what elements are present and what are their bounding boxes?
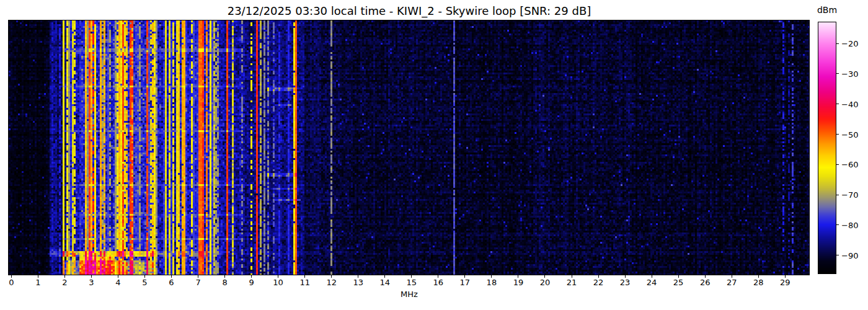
colorbar-title: dBm: [817, 5, 837, 15]
x-tick-label: 24: [647, 278, 657, 287]
x-tick-label: 29: [780, 278, 790, 287]
x-tick-label: 14: [379, 278, 390, 287]
spectrogram-canvas: [8, 20, 810, 275]
colorbar-tick: [836, 255, 839, 255]
x-tick-label: 25: [673, 278, 684, 287]
x-tick-label: 6: [169, 278, 174, 287]
x-tick-label: 28: [753, 278, 764, 287]
x-axis-label: MHz: [401, 290, 418, 299]
x-tick-label: 15: [407, 278, 417, 287]
x-tick-label: 1: [35, 278, 40, 287]
colorbar-tick: [836, 104, 839, 104]
colorbar-tick-label: −90: [841, 250, 858, 260]
x-tick-label: 10: [273, 278, 283, 287]
x-tick-label: 22: [593, 278, 604, 287]
colorbar-tick-label: −50: [841, 130, 858, 139]
x-tick-label: 19: [513, 278, 524, 287]
x-tick-label: 0: [9, 278, 14, 287]
colorbar-tick: [836, 43, 839, 44]
colorbar-tick-label: −60: [841, 160, 858, 169]
colorbar-tick: [836, 224, 839, 225]
x-tick-label: 23: [620, 278, 631, 287]
colorbar-tick-label: −80: [841, 220, 858, 229]
colorbar-tick-label: −30: [841, 69, 858, 78]
spectrogram-figure: 23/12/2025 03:30 local time - KIWI_2 - S…: [0, 0, 868, 310]
colorbar-tick-label: −20: [841, 39, 858, 48]
x-tick-label: 7: [195, 278, 200, 287]
x-tick-label: 16: [433, 278, 444, 287]
colorbar-tick: [836, 134, 839, 135]
colorbar-tick: [836, 195, 839, 195]
x-tick-label: 3: [89, 278, 94, 287]
x-tick-label: 4: [115, 278, 120, 287]
x-tick-label: 21: [567, 278, 577, 287]
plot-title: 23/12/2025 03:30 local time - KIWI_2 - S…: [228, 4, 591, 17]
x-tick-label: 12: [326, 278, 337, 287]
x-tick-label: 11: [299, 278, 310, 287]
x-tick-label: 5: [142, 278, 147, 287]
x-tick-label: 13: [353, 278, 363, 287]
colorbar-tick: [836, 73, 839, 74]
colorbar-tick: [836, 164, 839, 165]
x-tick-label: 20: [540, 278, 551, 287]
x-tick-label: 8: [222, 278, 227, 287]
x-tick-label: 9: [249, 278, 254, 287]
colorbar-tick-label: −70: [841, 190, 858, 200]
x-tick-label: 27: [727, 278, 737, 287]
x-tick-label: 2: [62, 278, 67, 287]
x-tick-label: 17: [460, 278, 471, 287]
colorbar-canvas: [818, 22, 836, 274]
colorbar-tick-label: −40: [841, 99, 858, 108]
x-tick-label: 26: [700, 278, 711, 287]
x-tick-label: 18: [487, 278, 497, 287]
